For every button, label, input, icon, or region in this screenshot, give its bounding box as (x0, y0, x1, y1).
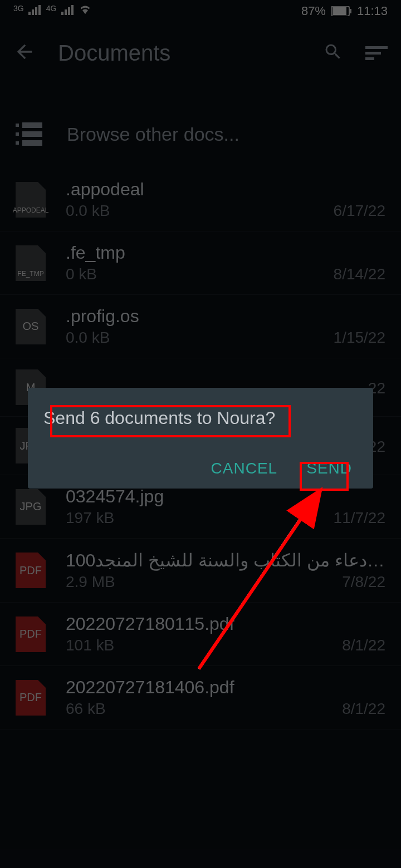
cancel-button[interactable]: CANCEL (211, 460, 278, 477)
send-button[interactable]: SEND (306, 460, 352, 477)
send-confirm-dialog: Send 6 documents to Noura? CANCEL SEND (28, 388, 373, 489)
dialog-message: Send 6 documents to Noura? (43, 408, 358, 428)
